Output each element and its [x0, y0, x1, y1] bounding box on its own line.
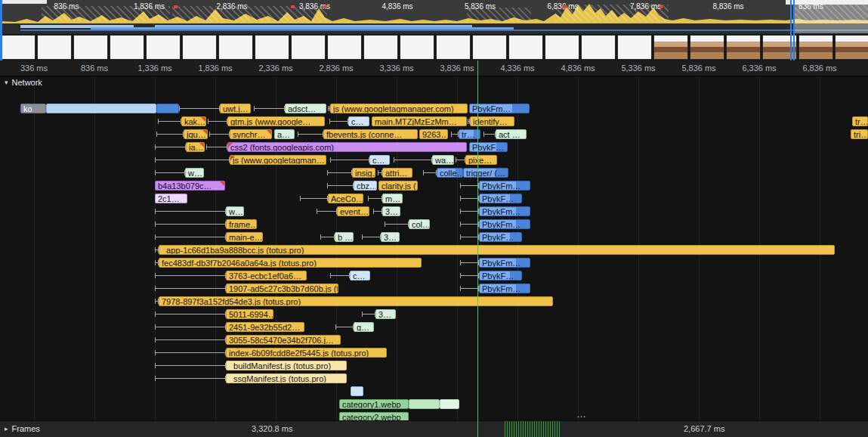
- network-request-bar[interactable]: uwt.j…: [220, 104, 251, 113]
- network-request-bar[interactable]: clarity.js (…: [378, 181, 418, 191]
- network-request-bar[interactable]: 1907-ad5c27c3b3b7d60b.js (tot…: [226, 284, 338, 293]
- network-request-bar[interactable]: b4a13b079c…: [155, 181, 225, 191]
- filmstrip-thumbnail[interactable]: [835, 35, 868, 60]
- network-request-bar[interactable]: pixe…: [465, 155, 497, 165]
- filmstrip-thumbnail[interactable]: [545, 35, 579, 60]
- network-request-bar[interactable]: _app-1c66d1ba9a888bcc.js (totus.pro): [159, 245, 835, 255]
- filmstrip-thumbnail[interactable]: [436, 35, 471, 60]
- network-request-bar[interactable]: PbykFm…: [479, 219, 530, 229]
- network-overview-strip[interactable]: [0, 23, 868, 34]
- network-request-bar[interactable]: PbykF…: [479, 232, 522, 242]
- overview-window-handle-left[interactable]: [0, 0, 2, 60]
- network-request-bar[interactable]: a…: [274, 129, 295, 139]
- filmstrip-thumbnail[interactable]: [255, 35, 289, 60]
- filmstrip-thumbnail[interactable]: [400, 35, 434, 60]
- network-request-bar[interactable]: PbykFm…: [479, 181, 530, 191]
- filmstrip-thumbnail[interactable]: [327, 35, 362, 60]
- network-request-bar[interactable]: ko: [20, 104, 46, 113]
- filmstrip-thumbnail[interactable]: [146, 35, 181, 60]
- filmstrip-thumbnail[interactable]: [581, 35, 616, 60]
- network-request-bar[interactable]: css2 (fonts.googleapis.com): [227, 142, 467, 152]
- filmstrip-thumbnail[interactable]: [690, 35, 724, 60]
- network-request-bar[interactable]: cbz…: [354, 181, 377, 191]
- filmstrip-thumbnail[interactable]: [508, 35, 543, 60]
- network-request-bar[interactable]: 2451-9e32b55d2…: [226, 322, 304, 332]
- network-request-bar[interactable]: 2c1…: [155, 194, 187, 203]
- filmstrip-thumbnail[interactable]: [617, 35, 652, 60]
- timeline-overview[interactable]: 836 ms1,836 ms2,836 ms3,836 ms4,836 ms5,…: [0, 0, 868, 60]
- network-request-bar[interactable]: ia…: [186, 142, 205, 152]
- network-track-header[interactable]: ▾ Network: [5, 78, 42, 87]
- frames-track[interactable]: ▸ Frames 3,320.8 ms2,667.7 ms: [0, 420, 868, 437]
- network-request-bar[interactable]: main-e…: [226, 232, 263, 242]
- network-request-bar[interactable]: kak…: [181, 116, 206, 126]
- filmstrip-thumbnail[interactable]: [37, 35, 72, 60]
- network-request-bar[interactable]: m…: [382, 194, 403, 203]
- network-request-bar[interactable]: AceCo…: [328, 194, 363, 203]
- network-request-bar[interactable]: 3…: [375, 309, 396, 319]
- network-request-bar[interactable]: _buildManifest.js (totus.pro): [226, 361, 347, 370]
- network-request-bar[interactable]: trigger/ (…: [463, 168, 508, 178]
- network-request-bar[interactable]: PbykF…: [469, 142, 508, 152]
- network-request-bar[interactable]: PbykFm…: [479, 258, 530, 268]
- network-request-bar[interactable]: category2.webp: [339, 412, 409, 420]
- network-request-bar[interactable]: _ssgManifest.js (totus.pro): [226, 373, 347, 383]
- filmstrip-thumbnail[interactable]: [472, 35, 507, 60]
- filmstrip-thumbnail[interactable]: [1, 35, 36, 60]
- network-request-bar[interactable]: tr…: [852, 116, 868, 126]
- filmstrip-thumbnail[interactable]: [218, 35, 253, 60]
- network-request-bar[interactable]: col…: [409, 219, 430, 229]
- network-request-bar[interactable]: 3763-ecbc1ef0a6…: [226, 271, 307, 280]
- network-request-bar[interactable]: [409, 399, 440, 409]
- filmstrip-thumbnail[interactable]: [726, 35, 761, 60]
- network-request-bar[interactable]: gtm.js (www.google…: [227, 116, 325, 126]
- network-request-bar[interactable]: main.MTZjMzEzMm…: [372, 116, 467, 126]
- frames-track-header[interactable]: ▸ Frames: [5, 424, 40, 433]
- network-request-bar[interactable]: index-6b09fcdd8e2f5445.js (totus.pro): [226, 348, 387, 358]
- network-request-bar[interactable]: w…: [226, 206, 244, 216]
- network-request-bar[interactable]: PbykFm…: [479, 284, 530, 293]
- network-request-bar[interactable]: 3055-58c5470e34b2f706.j…: [226, 335, 341, 345]
- network-request-bar[interactable]: b …: [335, 232, 354, 242]
- filmstrip-thumbnail[interactable]: [110, 35, 144, 60]
- network-request-bar[interactable]: g…: [354, 322, 374, 332]
- network-request-bar[interactable]: colle…: [437, 168, 463, 178]
- network-request-bar[interactable]: synchr…: [230, 129, 272, 139]
- network-request-bar[interactable]: fec483df-db3f7b2046a0a64a.js (totus.pro): [159, 258, 422, 268]
- network-request-bar[interactable]: wa…: [432, 155, 454, 165]
- network-request-bar[interactable]: 3…: [381, 232, 400, 242]
- network-request-bar[interactable]: adsct…: [285, 104, 326, 113]
- network-request-bar[interactable]: fbevents.js (conne…: [323, 129, 418, 139]
- network-request-bar[interactable]: PbykF…: [479, 194, 522, 203]
- network-request-bar[interactable]: PbykF…: [479, 271, 522, 280]
- network-request-bar[interactable]: js (www.googletagmanager.com): [330, 104, 468, 113]
- network-request-bar[interactable]: js (www.googletagman…: [230, 155, 326, 165]
- network-request-bar[interactable]: PbykFm…: [479, 206, 530, 216]
- filmstrip[interactable]: [0, 34, 868, 60]
- network-request-bar[interactable]: [440, 399, 459, 409]
- filmstrip-thumbnail[interactable]: [363, 35, 398, 60]
- filmstrip-thumbnail[interactable]: [291, 35, 326, 60]
- filmstrip-thumbnail[interactable]: [798, 35, 833, 60]
- network-request-bar[interactable]: c…: [369, 155, 390, 165]
- filmstrip-thumbnail[interactable]: [653, 35, 688, 60]
- network-request-bar[interactable]: PbykFm…: [469, 104, 530, 113]
- network-request-bar[interactable]: [46, 104, 156, 113]
- network-request-bar[interactable]: c…: [348, 116, 369, 126]
- filmstrip-thumbnail[interactable]: [73, 35, 108, 60]
- cpu-overview-strip[interactable]: 836 ms1,836 ms2,836 ms3,836 ms4,836 ms5,…: [0, 0, 868, 24]
- network-request-bar[interactable]: 5011-6994…: [226, 309, 273, 319]
- filmstrip-thumbnail[interactable]: [182, 35, 217, 60]
- network-request-bar[interactable]: identify…: [470, 116, 514, 126]
- network-request-bar[interactable]: frame…: [226, 219, 257, 229]
- network-request-bar[interactable]: category1.webp: [339, 399, 409, 409]
- network-request-bar[interactable]: 7978-897f3a152fd54de3.js (totus.pro): [159, 296, 553, 306]
- timeline-ruler[interactable]: 336 ms836 ms1,336 ms1,836 ms2,336 ms2,83…: [0, 60, 868, 76]
- network-request-bar[interactable]: attri…: [382, 168, 412, 178]
- overview-window-handle-right[interactable]: [790, 0, 795, 60]
- network-request-bar[interactable]: 3…: [382, 206, 400, 216]
- network-request-bar[interactable]: [351, 386, 363, 396]
- network-request-bar[interactable]: tri…: [851, 129, 868, 139]
- network-request-bar[interactable]: c…: [350, 271, 370, 280]
- network-request-bar[interactable]: jqu…: [184, 129, 208, 139]
